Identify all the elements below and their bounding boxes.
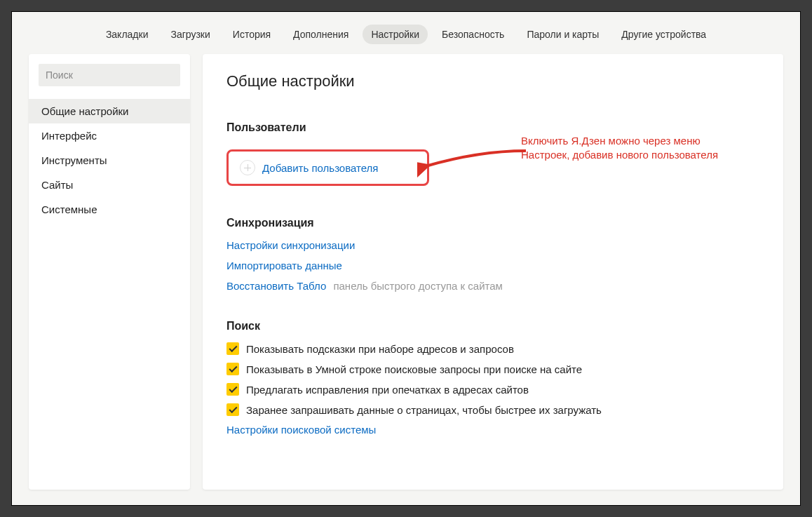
- sidebar-item-interface[interactable]: Интерфейс: [29, 123, 190, 148]
- checkbox-preload-icon[interactable]: [226, 403, 239, 416]
- top-nav: Закладки Загрузки История Дополнения Нас…: [12, 12, 800, 54]
- search-heading: Поиск: [226, 320, 759, 333]
- option-preload: Заранее запрашивать данные о страницах, …: [226, 403, 759, 416]
- search-section: Поиск Показывать подсказки при наборе ад…: [226, 320, 759, 436]
- add-user-row: Добавить пользователя Включить Я.Дзен мо…: [226, 149, 759, 186]
- option-typofix: Предлагать исправления при опечатках в а…: [226, 383, 759, 396]
- sync-settings-link[interactable]: Настройки синхронизации: [226, 239, 759, 251]
- option-suggestions: Показывать подсказки при наборе адресов …: [226, 342, 759, 355]
- sidebar-item-general[interactable]: Общие настройки: [29, 99, 190, 123]
- sync-heading: Синхронизация: [226, 217, 759, 229]
- restore-tablo-label: Восстановить Табло: [226, 280, 326, 292]
- page-title: Общие настройки: [226, 72, 759, 90]
- checkbox-typofix-icon[interactable]: [226, 383, 239, 396]
- nav-settings[interactable]: Настройки: [363, 25, 428, 44]
- option-preload-label: Заранее запрашивать данные о страницах, …: [246, 404, 602, 416]
- search-input[interactable]: [39, 64, 180, 86]
- settings-window: Закладки Загрузки История Дополнения Нас…: [11, 11, 801, 506]
- sync-section: Синхронизация Настройки синхронизации Им…: [226, 217, 759, 292]
- option-smartline: Показывать в Умной строке поисковые запр…: [226, 363, 759, 375]
- nav-addons[interactable]: Дополнения: [285, 25, 357, 44]
- main-panel: Общие настройки Пользователи Добавить по…: [203, 54, 783, 490]
- nav-security[interactable]: Безопасность: [433, 25, 513, 44]
- settings-sidebar: Общие настройки Интерфейс Инструменты Са…: [29, 54, 190, 490]
- sidebar-item-tools[interactable]: Инструменты: [29, 148, 190, 173]
- nav-devices[interactable]: Другие устройства: [613, 25, 715, 44]
- restore-tablo-link[interactable]: Восстановить Табло панель быстрого досту…: [226, 280, 759, 292]
- option-typofix-label: Предлагать исправления при опечатках в а…: [246, 384, 529, 396]
- option-suggestions-label: Показывать подсказки при наборе адресов …: [246, 343, 514, 355]
- nav-passwords[interactable]: Пароли и карты: [518, 25, 607, 44]
- restore-tablo-hint: панель быстрого доступа к сайтам: [333, 280, 502, 292]
- users-heading: Пользователи: [226, 121, 759, 134]
- option-smartline-label: Показывать в Умной строке поисковые запр…: [246, 363, 582, 375]
- add-user-button[interactable]: Добавить пользователя: [226, 149, 429, 186]
- annotation-text: Включить Я.Дзен можно через меню Настрое…: [521, 134, 731, 163]
- import-data-link[interactable]: Импортировать данные: [226, 260, 759, 271]
- sidebar-item-system[interactable]: Системные: [29, 197, 190, 222]
- content-area: Общие настройки Интерфейс Инструменты Са…: [12, 54, 800, 506]
- add-user-label: Добавить пользователя: [262, 162, 378, 174]
- annotation-arrow-icon: [417, 144, 529, 186]
- sidebar-item-sites[interactable]: Сайты: [29, 173, 190, 197]
- nav-history[interactable]: История: [224, 25, 279, 44]
- nav-bookmarks[interactable]: Закладки: [97, 25, 157, 44]
- checkbox-smartline-icon[interactable]: [226, 363, 239, 375]
- plus-icon: [240, 160, 255, 175]
- search-engine-settings-link[interactable]: Настройки поисковой системы: [226, 424, 759, 436]
- checkbox-suggestions-icon[interactable]: [226, 342, 239, 355]
- users-section: Пользователи Добавить пользователя: [226, 121, 759, 186]
- nav-downloads[interactable]: Загрузки: [162, 25, 218, 44]
